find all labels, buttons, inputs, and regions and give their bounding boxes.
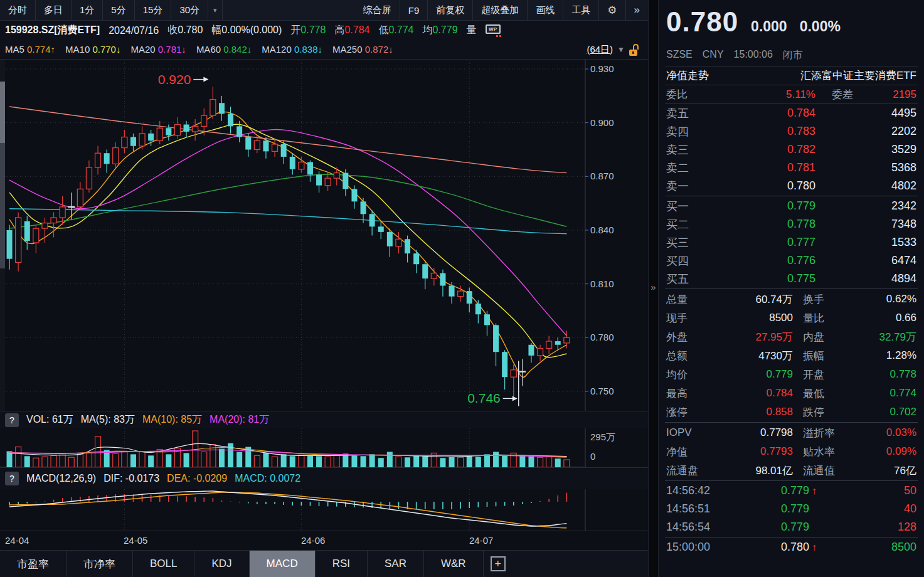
order-book-row[interactable]: 买四0.7766474 [665, 251, 918, 270]
stats-divider [665, 422, 918, 423]
tab-indicator-macd[interactable]: MACD [250, 551, 316, 577]
tab-period-3[interactable]: 1分 [72, 0, 103, 20]
gear-icon: ⚙ [607, 4, 617, 17]
order-book-level-label: 卖五 [666, 106, 721, 121]
tick-row: 14:56:510.77940 [665, 500, 918, 518]
stat-label: 净值 [666, 445, 720, 459]
collapse-panel-button[interactable]: » [649, 276, 658, 297]
order-book-level-label: 卖三 [666, 142, 721, 157]
tab-indicator-sar[interactable]: SAR [368, 551, 424, 577]
stat-value: 32.79万 [853, 330, 916, 344]
tab-period-6[interactable]: 30分 [171, 0, 208, 20]
order-book-row[interactable]: 卖二0.7815368 [665, 159, 918, 177]
tab-indicator-boll[interactable]: BOLL [133, 551, 194, 577]
tab-indicator-市盈率[interactable]: 市盈率 [0, 551, 66, 577]
tab-period-1[interactable]: 分时 [0, 0, 36, 20]
help-icon[interactable]: ? [5, 472, 19, 485]
toolbar-button[interactable]: 画线 [528, 0, 563, 20]
chevron-down-icon: ▾ [213, 6, 217, 14]
ma-items: MA5 0.774↑MA10 0.770↓MA20 0.781↓MA60 0.8… [5, 44, 393, 55]
tick-volume: 50 [822, 484, 916, 497]
order-book-row[interactable]: 卖三0.7823529 [665, 140, 918, 159]
tab-period-2[interactable]: 多日 [36, 0, 72, 20]
ma-item: MA10 0.770↓ [65, 44, 120, 55]
quote-field: 开0.778 [290, 24, 326, 37]
currency: CNY [703, 49, 724, 62]
volume-header-value: MA(10): 85万 [142, 413, 202, 426]
stat-label: 现手 [666, 311, 720, 326]
period-more-dropdown[interactable]: ▾ [208, 0, 223, 20]
quote-bar: 159928.SZ[消费ETF] 2024/07/16 收0.780幅0.00%… [0, 21, 648, 40]
help-icon[interactable]: ? [5, 413, 19, 427]
exchange-row: SZSE CNY 15:00:06 闭市 [665, 49, 918, 66]
order-book-row[interactable]: 买五0.7754894 [665, 270, 918, 288]
candlestick-chart[interactable]: 0.9300.9000.8700.8400.8100.7800.750 0.92… [0, 60, 648, 411]
stat-value: 0.7798 [720, 426, 793, 439]
volume-toggle[interactable]: 量 [467, 24, 477, 37]
time-axis-label: 24-05 [124, 535, 147, 546]
last-price: 0.780 [666, 6, 738, 38]
order-book-row[interactable]: 卖一0.7804802 [665, 177, 918, 195]
stats-divider [665, 480, 918, 481]
settings-button[interactable]: ⚙ [599, 0, 625, 20]
unlock-icon[interactable] [629, 44, 639, 56]
weibi-label: 委比 [666, 87, 721, 102]
stat-label: 总额 [666, 349, 720, 363]
macd-header: ? MACD(12,26,9)DIF: -0.0173DEA: -0.0209M… [0, 467, 648, 489]
stat-value: 0.03% [853, 426, 916, 439]
tab-indicator-w&r[interactable]: W&R [424, 551, 484, 577]
stat-value: 0.858 [720, 406, 793, 418]
toolbar-button[interactable]: 前复权 [428, 0, 473, 20]
order-book-row[interactable]: 买一0.7792342 [665, 197, 918, 215]
stat-value: 0.784 [720, 387, 793, 400]
quote-field-label: 幅 [211, 24, 221, 35]
period-range-dropdown[interactable]: (64日) [587, 44, 613, 56]
stats-row: 均价0.779开盘0.778 [665, 365, 918, 384]
main-chart-svg: 0.9200.746 [0, 60, 648, 411]
weicha-label: 委差 [815, 87, 853, 102]
nav-trend-link[interactable]: 净值走势 [666, 68, 709, 83]
tab-indicator-市净率[interactable]: 市净率 [66, 551, 133, 577]
tab-indicator-kdj[interactable]: KDJ [194, 551, 249, 577]
tick-time: 15:00:00 [666, 541, 739, 554]
trading-app-window: 分时多日1分5分15分30分 ▾ 综合屏F9前复权超级叠加画线工具 ⚙ » 15… [0, 0, 924, 577]
add-indicator-button[interactable]: + [484, 551, 512, 577]
order-book-level-label: 买四 [666, 253, 721, 268]
tab-period-4[interactable]: 5分 [103, 0, 134, 20]
tick-price: 0.780 [739, 541, 809, 554]
toolbar-button[interactable]: 超级叠加 [473, 0, 528, 20]
quote-date: 2024/07/16 [109, 25, 159, 36]
toolbar-button[interactable]: 工具 [563, 0, 599, 20]
tab-indicator-rsi[interactable]: RSI [316, 551, 368, 577]
toolbar-button[interactable]: F9 [400, 0, 428, 20]
volume-chart[interactable]: 295万 0 [0, 428, 648, 467]
candles-layer [7, 87, 570, 399]
order-book-level-label: 买二 [666, 217, 721, 232]
order-book-price: 0.781 [721, 161, 815, 174]
volume-values: VOL: 61万MA(5): 83万MA(10): 85万MA(20): 81万 [26, 413, 269, 426]
triangle-down-icon[interactable]: ▼ [617, 45, 625, 54]
exchange-name: SZSE [666, 49, 693, 62]
stat-value: 0.702 [853, 406, 916, 418]
stat-label: 最低 [793, 386, 853, 401]
stat-value: 76亿 [853, 463, 916, 478]
order-book-row[interactable]: 买三0.7771533 [665, 233, 918, 251]
tick-volume: 8500 [822, 541, 916, 554]
stat-label: 换手 [793, 292, 853, 307]
stat-label: 总量 [666, 292, 720, 307]
wp-monitor-icon[interactable]: WP [486, 24, 502, 37]
ma-item-value: 0.842↓ [223, 44, 252, 55]
wp-dot [496, 35, 498, 37]
order-book-row[interactable]: 买二0.7787348 [665, 215, 918, 233]
macd-chart[interactable] [0, 489, 648, 531]
stat-label: 流通盘 [666, 463, 720, 478]
order-book-row[interactable]: 卖四0.7832202 [665, 122, 918, 140]
toolbar-button[interactable]: 综合屏 [355, 0, 400, 20]
tab-period-5[interactable]: 15分 [135, 0, 172, 20]
more-tools-button[interactable]: » [626, 0, 648, 20]
order-book-price: 0.782 [721, 143, 815, 156]
order-book-row[interactable]: 卖五0.7844495 [665, 104, 918, 122]
tick-direction-arrow-icon: ↑ [809, 485, 822, 497]
fund-name[interactable]: 汇添富中证主要消费ETF [800, 68, 916, 83]
quote-field: 低0.774 [378, 24, 413, 37]
